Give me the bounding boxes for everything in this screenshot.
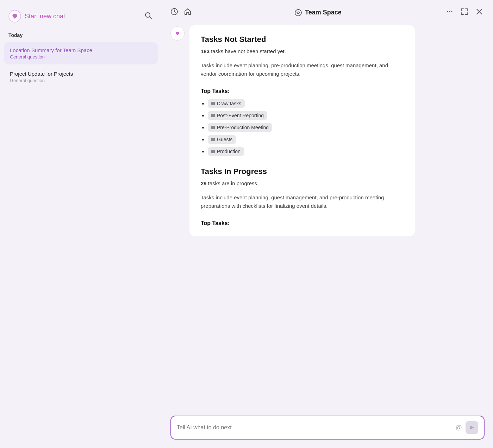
- list-item: Guests: [208, 135, 404, 144]
- topbar-nav: [170, 8, 192, 17]
- list-item: Production: [208, 147, 404, 156]
- history-icon: [170, 8, 178, 15]
- tasks-not-started-description: Tasks include event planning, pre-produc…: [201, 61, 404, 78]
- task-tag-icon: [211, 150, 215, 153]
- at-icon: @: [456, 424, 462, 431]
- chat-item-title-project: Project Update for Projects: [10, 71, 152, 77]
- ai-input[interactable]: [177, 424, 452, 431]
- svg-point-4: [295, 10, 301, 16]
- tasks-not-started-count-suffix: tasks have not been started yet.: [210, 48, 286, 54]
- in-progress-description: Tasks include event planning, guest mana…: [201, 193, 404, 210]
- avatar: [170, 26, 185, 41]
- input-area: @: [162, 410, 493, 448]
- task-tag-pre-production: Pre-Production Meeting: [208, 123, 272, 132]
- more-options-button[interactable]: [444, 6, 455, 19]
- top-tasks-list: Draw tasks Post-Event Reporting Pre-Prod…: [201, 99, 404, 156]
- input-box: @: [170, 416, 485, 440]
- list-item: Post-Event Reporting: [208, 111, 404, 120]
- close-icon: [475, 8, 483, 15]
- send-icon: [469, 425, 475, 430]
- home-icon: [184, 8, 192, 15]
- top-tasks-label-2: Top Tasks:: [201, 220, 404, 226]
- svg-point-5: [447, 11, 448, 12]
- sidebar: Start new chat Today Location Summary fo…: [0, 0, 162, 448]
- chat-item-active[interactable]: Location Summary for Team Space General …: [4, 42, 158, 64]
- history-button[interactable]: [170, 8, 178, 17]
- search-button[interactable]: [143, 10, 154, 23]
- logo-icon: [8, 10, 21, 23]
- chat-item-project-update[interactable]: Project Update for Projects General ques…: [4, 66, 158, 88]
- task-tag-icon: [211, 126, 215, 129]
- start-new-chat-button[interactable]: Start new chat: [8, 10, 65, 23]
- search-icon: [144, 12, 152, 19]
- topbar-actions: [444, 6, 485, 19]
- task-tag-production: Production: [208, 147, 244, 156]
- team-space-icon: [294, 9, 302, 17]
- task-tag-icon: [211, 102, 215, 105]
- expand-icon: [461, 8, 468, 15]
- task-tag-label: Pre-Production Meeting: [217, 125, 269, 130]
- in-progress-suffix: tasks are in progress.: [207, 180, 259, 186]
- task-tag-post-event: Post-Event Reporting: [208, 111, 267, 120]
- tasks-in-progress-title: Tasks In Progress: [201, 167, 404, 176]
- avatar-logo-icon: [173, 29, 182, 38]
- today-section-label: Today: [0, 30, 162, 42]
- task-tag-label: Post-Event Reporting: [217, 113, 264, 118]
- in-progress-number: 29: [201, 180, 207, 186]
- sidebar-header: Start new chat: [0, 0, 162, 30]
- tasks-not-started-number: 183: [201, 48, 210, 54]
- expand-button[interactable]: [459, 6, 470, 19]
- top-tasks-label-1: Top Tasks:: [201, 88, 404, 94]
- svg-line-2: [150, 17, 152, 19]
- list-item: Draw tasks: [208, 99, 404, 108]
- task-tag-guests: Guests: [208, 135, 236, 144]
- topbar-title: Team Space: [305, 9, 342, 16]
- topbar: Team Space: [162, 0, 493, 25]
- at-mention-button[interactable]: @: [456, 424, 462, 431]
- task-tag-label: Production: [217, 149, 241, 154]
- more-icon: [446, 8, 454, 15]
- svg-point-6: [449, 11, 450, 12]
- main-panel: Team Space: [162, 0, 493, 448]
- send-button[interactable]: [466, 421, 478, 434]
- svg-point-7: [451, 11, 452, 12]
- list-item: Pre-Production Meeting: [208, 123, 404, 132]
- tasks-not-started-count: 183 tasks have not been started yet.: [201, 48, 404, 54]
- in-progress-count: 29 tasks are in progress.: [201, 180, 404, 186]
- message-bubble: Tasks Not Started 183 tasks have not bee…: [189, 25, 415, 236]
- home-button[interactable]: [184, 8, 192, 17]
- topbar-title-area: Team Space: [294, 9, 342, 17]
- chat-item-subtitle-project: General question: [10, 78, 152, 83]
- task-tag-icon: [211, 138, 215, 141]
- tasks-not-started-title: Tasks Not Started: [201, 35, 404, 44]
- message-row: Tasks Not Started 183 tasks have not bee…: [170, 25, 485, 236]
- task-tag-draw: Draw tasks: [208, 99, 245, 108]
- svg-marker-10: [470, 425, 474, 430]
- chat-item-subtitle-active: General question: [10, 54, 152, 60]
- chat-item-title-active: Location Summary for Team Space: [10, 47, 152, 53]
- task-tag-label: Draw tasks: [217, 101, 241, 106]
- task-tag-icon: [211, 114, 215, 117]
- start-new-chat-label: Start new chat: [25, 13, 65, 20]
- chat-content: Tasks Not Started 183 tasks have not bee…: [162, 25, 493, 410]
- close-button[interactable]: [474, 6, 485, 19]
- task-tag-label: Guests: [217, 137, 232, 142]
